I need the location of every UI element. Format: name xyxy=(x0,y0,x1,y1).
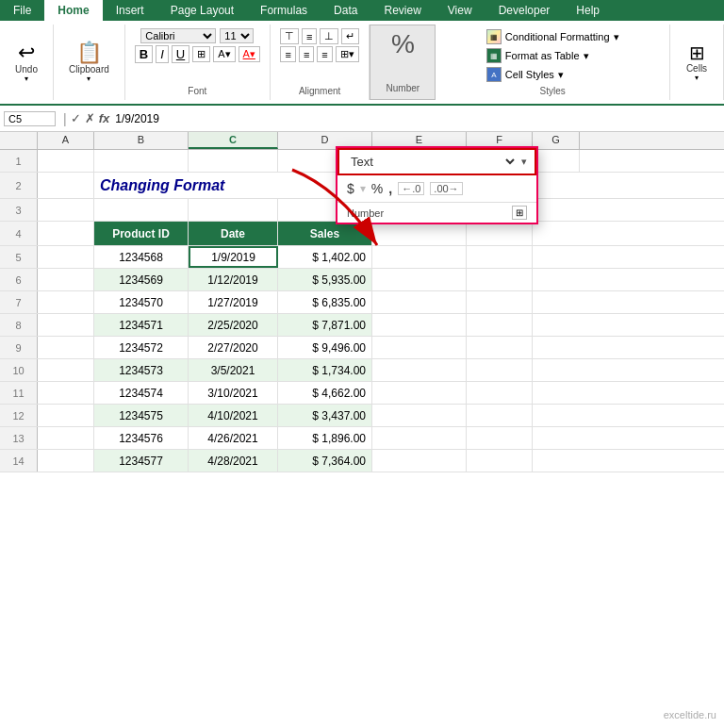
align-bottom-button[interactable]: ⊥ xyxy=(320,28,338,44)
italic-button[interactable]: I xyxy=(156,45,169,63)
decrease-decimal-symbol[interactable]: .00→ xyxy=(430,182,462,195)
undo-button[interactable]: ↩ Undo ▾ xyxy=(9,41,43,85)
cell-c7[interactable]: 1/27/2019 xyxy=(189,291,278,313)
cell-d12[interactable]: $ 3,437.00 xyxy=(278,405,372,426)
comma-symbol[interactable]: , xyxy=(388,181,392,196)
cell-a11[interactable] xyxy=(38,382,94,404)
cell-d4-sales[interactable]: Sales xyxy=(278,222,372,245)
cell-a3[interactable] xyxy=(38,199,94,221)
cell-b10[interactable]: 1234573 xyxy=(94,359,189,381)
cell-a9[interactable] xyxy=(38,337,94,358)
underline-button[interactable]: U xyxy=(172,45,189,63)
cell-b13[interactable]: 1234576 xyxy=(94,427,189,449)
cell-a14[interactable] xyxy=(38,450,94,472)
cell-b9[interactable]: 1234572 xyxy=(94,337,189,358)
cell-c1[interactable] xyxy=(189,150,278,172)
cell-styles-button[interactable]: A Cell Styles ▾ xyxy=(484,66,567,83)
cell-b1[interactable] xyxy=(94,150,189,172)
cell-c13[interactable]: 4/26/2021 xyxy=(189,427,278,449)
formula-cross-icon[interactable]: ✗ xyxy=(85,111,95,125)
cell-f5[interactable] xyxy=(467,246,533,268)
cell-a7[interactable] xyxy=(38,291,94,313)
cell-c11[interactable]: 3/10/2021 xyxy=(189,382,278,404)
cell-d7[interactable]: $ 6,835.00 xyxy=(278,291,372,313)
cell-c12[interactable]: 4/10/2021 xyxy=(189,405,278,426)
cell-d10[interactable]: $ 1,734.00 xyxy=(278,359,372,381)
tab-insert[interactable]: Insert xyxy=(103,0,157,21)
number-format-select[interactable]: Text General Number Currency Date xyxy=(347,154,518,170)
font-family-select[interactable]: Calibri xyxy=(140,28,216,43)
clipboard-button[interactable]: 📋 Clipboard ▾ xyxy=(63,41,115,85)
percent-symbol[interactable]: % xyxy=(371,181,383,196)
cell-e4[interactable] xyxy=(372,222,467,245)
cell-d14[interactable]: $ 7,364.00 xyxy=(278,450,372,472)
tab-file[interactable]: File xyxy=(0,0,44,21)
cell-a13[interactable] xyxy=(38,427,94,449)
cell-c6[interactable]: 1/12/2019 xyxy=(189,269,278,290)
fill-color-button[interactable]: A▾ xyxy=(213,46,235,62)
tab-developer[interactable]: Developer xyxy=(485,0,564,21)
number-expand-icon[interactable]: ⊞ xyxy=(512,206,527,220)
cell-b8[interactable]: 1234571 xyxy=(94,314,189,336)
cell-d8[interactable]: $ 7,871.00 xyxy=(278,314,372,336)
cell-g1[interactable] xyxy=(533,150,580,172)
tab-review[interactable]: Review xyxy=(370,0,434,21)
cell-b4-product-id[interactable]: Product ID xyxy=(94,222,189,245)
cell-a1[interactable] xyxy=(38,150,94,172)
align-top-button[interactable]: ⊤ xyxy=(280,28,299,44)
cell-d9[interactable]: $ 9,496.00 xyxy=(278,337,372,358)
formula-input[interactable] xyxy=(115,112,720,125)
cell-a5[interactable] xyxy=(38,246,94,268)
conditional-formatting-button[interactable]: ▦ Conditional Formatting ▾ xyxy=(484,28,622,45)
cell-c10[interactable]: 3/5/2021 xyxy=(189,359,278,381)
wrap-text-button[interactable]: ↵ xyxy=(341,28,359,44)
cell-b7[interactable]: 1234570 xyxy=(94,291,189,313)
merge-button[interactable]: ⊞▾ xyxy=(336,46,359,62)
align-left-button[interactable]: ≡ xyxy=(280,46,295,62)
align-center-button[interactable]: ≡ xyxy=(299,46,314,62)
cell-a2[interactable] xyxy=(38,173,94,198)
tab-view[interactable]: View xyxy=(435,0,485,21)
formula-check-icon[interactable]: ✓ xyxy=(71,111,81,125)
cell-d6[interactable]: $ 5,935.00 xyxy=(278,269,372,290)
cell-c14[interactable]: 4/28/2021 xyxy=(189,450,278,472)
cell-c9[interactable]: 2/27/2020 xyxy=(189,337,278,358)
align-middle-button[interactable]: ≡ xyxy=(302,28,317,44)
cell-a10[interactable] xyxy=(38,359,94,381)
tab-formulas[interactable]: Formulas xyxy=(247,0,321,21)
cell-b5[interactable]: 1234568 xyxy=(94,246,189,268)
font-size-select[interactable]: 11 xyxy=(220,28,254,43)
cell-d5[interactable]: $ 1,402.00 xyxy=(278,246,372,268)
tab-home[interactable]: Home xyxy=(44,0,102,21)
format-as-table-button[interactable]: ▦ Format as Table ▾ xyxy=(484,47,592,64)
cell-f4[interactable] xyxy=(467,222,533,245)
cell-e5[interactable] xyxy=(372,246,467,268)
col-header-b[interactable]: B xyxy=(94,132,189,149)
col-header-c[interactable]: C xyxy=(189,132,278,149)
align-right-button[interactable]: ≡ xyxy=(317,46,332,62)
cell-c8[interactable]: 2/25/2020 xyxy=(189,314,278,336)
cell-d13[interactable]: $ 1,896.00 xyxy=(278,427,372,449)
cell-reference-input[interactable] xyxy=(4,111,56,126)
cell-b12[interactable]: 1234575 xyxy=(94,405,189,426)
cell-a12[interactable] xyxy=(38,405,94,426)
cell-a8[interactable] xyxy=(38,314,94,336)
cell-a6[interactable] xyxy=(38,269,94,290)
border-button[interactable]: ⊞ xyxy=(192,46,210,62)
tab-data[interactable]: Data xyxy=(321,0,370,21)
cell-b11[interactable]: 1234574 xyxy=(94,382,189,404)
font-color-button[interactable]: A▾ xyxy=(239,46,260,62)
cell-c3[interactable] xyxy=(189,199,278,221)
cell-b3[interactable] xyxy=(94,199,189,221)
increase-decimal-symbol[interactable]: ←.0 xyxy=(398,182,424,195)
tab-page-layout[interactable]: Page Layout xyxy=(157,0,247,21)
dollar-symbol[interactable]: $ xyxy=(347,181,354,196)
col-header-a[interactable]: A xyxy=(38,132,94,149)
cell-b6[interactable]: 1234569 xyxy=(94,269,189,290)
cell-b14[interactable]: 1234577 xyxy=(94,450,189,472)
cell-d11[interactable]: $ 4,662.00 xyxy=(278,382,372,404)
bold-button[interactable]: B xyxy=(135,45,153,63)
col-header-g[interactable]: G xyxy=(533,132,580,149)
cell-c5[interactable]: 1/9/2019 xyxy=(189,246,278,268)
cell-c4-date[interactable]: Date xyxy=(189,222,278,245)
